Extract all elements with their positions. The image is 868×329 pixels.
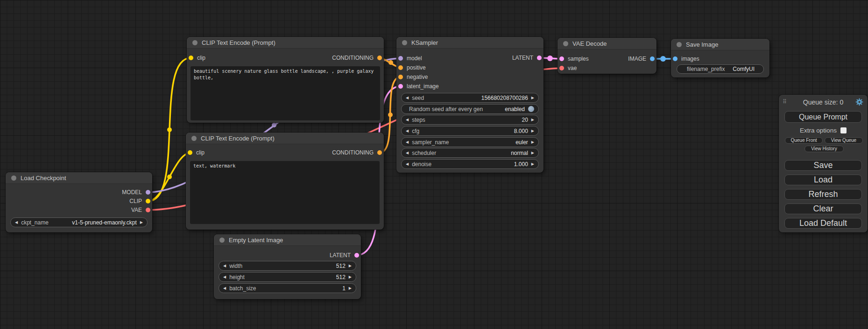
prompt-textarea[interactable]: beautiful scenery nature glass bottle la… [191,66,380,120]
denoise-widget[interactable]: ◀ denoise 1.000 ▶ [401,159,539,169]
input-latent-image[interactable]: latent_image [398,84,439,89]
collapse-dot-icon[interactable] [219,238,225,243]
input-clip[interactable]: clip [189,55,205,61]
conditioning-port-icon[interactable] [377,56,382,60]
sampler-name-widget[interactable]: ◀ sampler_name euler ▶ [401,137,539,147]
spinner-left-icon[interactable]: ◀ [223,275,226,279]
node-ksampler[interactable]: KSampler model positive negative latent_… [396,37,543,173]
toggle-icon[interactable] [528,106,534,112]
output-latent[interactable]: LATENT [512,55,542,61]
conditioning-port-icon[interactable] [398,75,403,79]
latent-port-icon[interactable] [559,56,564,61]
clear-button[interactable]: Clear [784,203,862,214]
filename-prefix-widget[interactable]: filename_prefix ComfyUI [677,64,764,74]
clip-port-icon[interactable] [188,150,192,155]
extra-options-checkbox[interactable] [840,127,847,133]
input-negative[interactable]: negative [398,74,428,80]
spinner-left-icon[interactable]: ◀ [406,140,409,144]
output-conditioning[interactable]: CONDITIONING [332,150,382,155]
node-title-bar[interactable]: CLIP Text Encode (Prompt) [187,37,384,49]
spinner-left-icon[interactable]: ◀ [15,221,18,224]
spinner-left-icon[interactable]: ◀ [406,151,409,155]
spinner-right-icon[interactable]: ▶ [531,162,534,166]
prompt-textarea[interactable]: text, watermark [190,161,380,224]
latent-port-icon[interactable] [354,253,359,258]
node-save-image[interactable]: Save Image images filename_prefix ComfyU… [671,39,769,77]
input-clip[interactable]: clip [188,150,205,155]
node-title-bar[interactable]: CLIP Text Encode (Prompt) [186,133,384,144]
input-positive[interactable]: positive [398,65,426,70]
latent-port-icon[interactable] [398,84,403,89]
node-graph-canvas[interactable]: Load Checkpoint MODEL CLIP VAE ◀ ckpt_na… [0,0,868,329]
input-model[interactable]: model [398,56,422,61]
model-port-icon[interactable] [146,190,150,195]
node-title-bar[interactable]: Load Checkpoint [6,172,152,184]
conditioning-port-icon[interactable] [398,65,403,70]
random-seed-widget[interactable]: Random seed after every gen enabled [401,104,539,114]
vae-port-icon[interactable] [146,208,150,212]
spinner-right-icon[interactable]: ▶ [349,264,352,268]
queue-front-button[interactable]: Queue Front [785,137,823,144]
spinner-left-icon[interactable]: ◀ [406,96,409,100]
settings-gear-icon[interactable] [855,98,863,106]
node-load-checkpoint[interactable]: Load Checkpoint MODEL CLIP VAE ◀ ckpt_na… [6,172,152,232]
node-clip-text-encode-positive[interactable]: CLIP Text Encode (Prompt) clip CONDITION… [187,37,384,123]
collapse-dot-icon[interactable] [192,40,198,45]
node-clip-text-encode-negative[interactable]: CLIP Text Encode (Prompt) clip CONDITION… [186,133,384,230]
spinner-left-icon[interactable]: ◀ [223,264,226,268]
node-title-bar[interactable]: Empty Latent Image [214,234,361,246]
load-button[interactable]: Load [784,175,862,185]
output-clip[interactable]: CLIP [129,198,150,204]
spinner-right-icon[interactable]: ▶ [531,151,534,155]
spinner-right-icon[interactable]: ▶ [349,275,352,279]
queue-prompt-button[interactable]: Queue Prompt [784,111,862,123]
node-title-bar[interactable]: Save Image [671,39,769,50]
spinner-left-icon[interactable]: ◀ [406,129,409,133]
output-conditioning[interactable]: CONDITIONING [332,55,382,61]
height-widget[interactable]: ◀ height 512 ▶ [219,272,356,282]
node-vae-decode[interactable]: VAE Decode samples vae IMAGE [557,38,656,74]
output-model[interactable]: MODEL [122,189,150,195]
cfg-widget[interactable]: ◀ cfg 8.000 ▶ [401,126,539,136]
spinner-right-icon[interactable]: ▶ [531,140,534,144]
scheduler-widget[interactable]: ◀ scheduler normal ▶ [401,148,539,158]
collapse-dot-icon[interactable] [402,40,407,45]
clip-port-icon[interactable] [189,56,193,60]
spinner-right-icon[interactable]: ▶ [140,221,143,224]
spinner-left-icon[interactable]: ◀ [223,287,226,290]
conditioning-port-icon[interactable] [377,150,382,155]
collapse-dot-icon[interactable] [11,175,16,181]
image-port-icon[interactable] [673,56,677,61]
spinner-right-icon[interactable]: ▶ [531,129,534,133]
spinner-left-icon[interactable]: ◀ [406,118,409,122]
spinner-right-icon[interactable]: ▶ [349,287,352,290]
spinner-right-icon[interactable]: ▶ [531,118,534,122]
view-queue-button[interactable]: View Queue [825,137,863,144]
load-default-button[interactable]: Load Default [784,218,862,229]
seed-widget[interactable]: ◀ seed 156680208700286 ▶ [401,93,539,103]
node-empty-latent-image[interactable]: Empty Latent Image LATENT ◀ width 512 ▶ … [214,234,361,299]
vae-port-icon[interactable] [559,66,564,70]
save-button[interactable]: Save [784,160,862,171]
input-vae[interactable]: vae [559,65,577,71]
output-latent[interactable]: LATENT [330,252,359,258]
latent-port-icon[interactable] [537,56,542,60]
output-vae[interactable]: VAE [131,207,150,213]
refresh-button[interactable]: Refresh [784,189,862,200]
batch-size-widget[interactable]: ◀ batch_size 1 ▶ [219,283,356,293]
model-port-icon[interactable] [398,56,403,61]
image-port-icon[interactable] [650,56,655,61]
collapse-dot-icon[interactable] [191,136,197,141]
input-images[interactable]: images [673,56,699,62]
width-widget[interactable]: ◀ width 512 ▶ [219,261,356,271]
steps-widget[interactable]: ◀ steps 20 ▶ [401,115,539,125]
node-title-bar[interactable]: VAE Decode [557,38,656,49]
ckpt-name-widget[interactable]: ◀ ckpt_name v1-5-pruned-emaonly.ckpt ▶ [10,217,148,227]
input-samples[interactable]: samples [559,56,589,62]
clip-port-icon[interactable] [146,199,150,203]
view-history-button[interactable]: View History [804,146,844,152]
output-image[interactable]: IMAGE [628,56,655,62]
spinner-right-icon[interactable]: ▶ [531,96,534,100]
node-title-bar[interactable]: KSampler [396,37,543,49]
collapse-dot-icon[interactable] [563,41,568,46]
